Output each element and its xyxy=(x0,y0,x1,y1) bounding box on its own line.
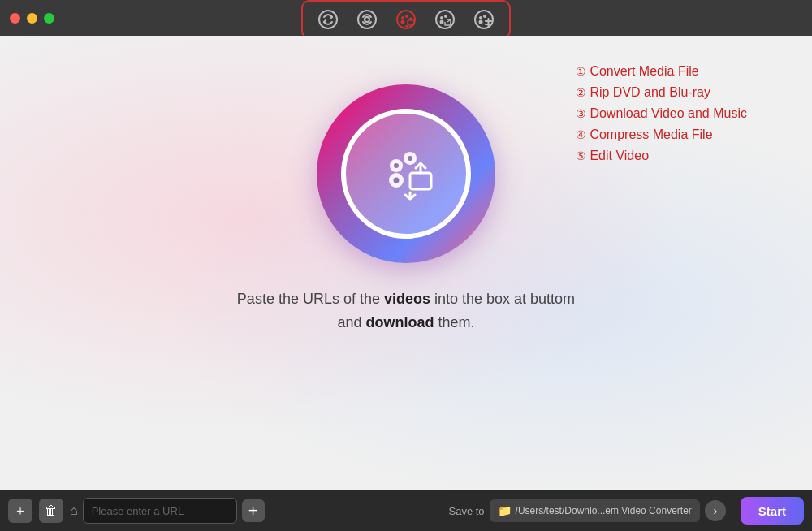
plus-icon: ＋ xyxy=(14,503,27,520)
desc-bold-videos: videos xyxy=(384,291,430,307)
bottombar: ＋ 🗑 ⌂ + Save to 📁 /Users/test/Downlo...e… xyxy=(0,490,812,531)
compress-icon xyxy=(434,9,456,30)
save-to-label: Save to xyxy=(449,505,485,517)
maximize-button[interactable] xyxy=(44,13,54,24)
navigate-arrow-button[interactable]: › xyxy=(705,500,726,521)
download-icon xyxy=(395,9,417,30)
save-path-text: /Users/test/Downlo...em Video Converter xyxy=(516,505,692,516)
app-logo xyxy=(317,84,495,263)
svg-point-12 xyxy=(444,15,447,18)
svg-point-13 xyxy=(440,20,444,24)
url-input[interactable] xyxy=(83,498,237,524)
start-button[interactable]: Start xyxy=(741,497,804,525)
convert-icon xyxy=(317,9,339,30)
trash-icon: 🗑 xyxy=(45,503,58,518)
feature-text-4: Compress Media File xyxy=(590,127,712,142)
arrow-right-icon: › xyxy=(713,504,717,517)
save-to-area: Save to 📁 /Users/test/Downlo...em Video … xyxy=(449,499,726,522)
svg-point-18 xyxy=(479,20,483,24)
logo-inner xyxy=(341,109,471,239)
feature-num-3: ③ xyxy=(576,107,586,120)
svg-point-6 xyxy=(401,20,405,24)
url-plus-icon: + xyxy=(248,502,258,520)
svg-point-15 xyxy=(475,11,493,28)
desc-suffix-2: them. xyxy=(434,314,475,330)
desc-suffix-1: into the box at buttom xyxy=(430,291,575,307)
feature-num-5: ⑤ xyxy=(576,149,586,162)
tab-edit[interactable] xyxy=(465,6,503,33)
desc-prefix-1: Paste the URLs of the xyxy=(237,291,384,307)
description-line1: Paste the URLs of the videos into the bo… xyxy=(237,287,575,311)
feature-text-5: Edit Video xyxy=(590,149,649,163)
url-add-button[interactable]: + xyxy=(242,499,265,522)
feature-text-2: Rip DVD and Blu-ray xyxy=(590,85,710,100)
svg-point-16 xyxy=(479,16,482,19)
feature-num-2: ② xyxy=(576,86,586,99)
tab-convert[interactable] xyxy=(309,6,347,33)
feature-item-3: ③ Download Video and Music xyxy=(576,106,747,121)
tab-compress[interactable] xyxy=(426,6,464,33)
home-icon: ⌂ xyxy=(70,503,78,518)
svg-point-11 xyxy=(440,16,443,19)
edit-icon xyxy=(473,9,495,30)
feature-item-4: ④ Compress Media File xyxy=(576,127,747,142)
desc-bold-download: download xyxy=(366,314,434,330)
minimize-button[interactable] xyxy=(27,13,37,24)
feature-text-3: Download Video and Music xyxy=(590,106,747,121)
desc-prefix-2: and xyxy=(337,314,365,330)
feature-item-2: ② Rip DVD and Blu-ray xyxy=(576,85,747,100)
close-button[interactable] xyxy=(10,13,20,24)
svg-point-0 xyxy=(319,11,337,28)
svg-point-4 xyxy=(401,16,404,19)
rip-dvd-icon xyxy=(356,9,378,30)
svg-point-5 xyxy=(405,15,408,18)
feature-num-4: ④ xyxy=(576,128,586,141)
description-line2: and download them. xyxy=(237,311,575,335)
svg-point-25 xyxy=(408,156,412,161)
delete-button[interactable]: 🗑 xyxy=(39,499,63,523)
tab-rip-dvd[interactable] xyxy=(348,6,386,33)
titlebar: ① ② ③ ④ ⑤ xyxy=(0,0,812,36)
svg-point-1 xyxy=(358,11,376,28)
feature-num-1: ① xyxy=(576,65,586,78)
feature-list: ① Convert Media File ② Rip DVD and Blu-r… xyxy=(576,64,747,163)
feature-item-1: ① Convert Media File xyxy=(576,64,747,79)
tab-row xyxy=(301,0,511,39)
traffic-lights xyxy=(10,13,54,24)
folder-icon: 📁 xyxy=(498,504,512,517)
feature-text-1: Convert Media File xyxy=(590,64,698,79)
save-path-button[interactable]: 📁 /Users/test/Downlo...em Video Converte… xyxy=(490,499,700,522)
svg-point-2 xyxy=(365,17,369,22)
svg-point-17 xyxy=(483,15,486,18)
svg-point-27 xyxy=(394,178,400,183)
logo-svg-icon xyxy=(369,137,443,210)
tab-download[interactable] xyxy=(387,6,425,33)
url-container: ⌂ + xyxy=(70,498,265,524)
feature-item-5: ⑤ Edit Video xyxy=(576,149,747,163)
svg-rect-28 xyxy=(410,173,431,189)
svg-point-23 xyxy=(394,163,399,168)
main-content: ① Convert Media File ② Rip DVD and Blu-r… xyxy=(0,36,812,490)
add-source-button[interactable]: ＋ xyxy=(8,499,32,523)
description-text: Paste the URLs of the videos into the bo… xyxy=(237,287,575,335)
